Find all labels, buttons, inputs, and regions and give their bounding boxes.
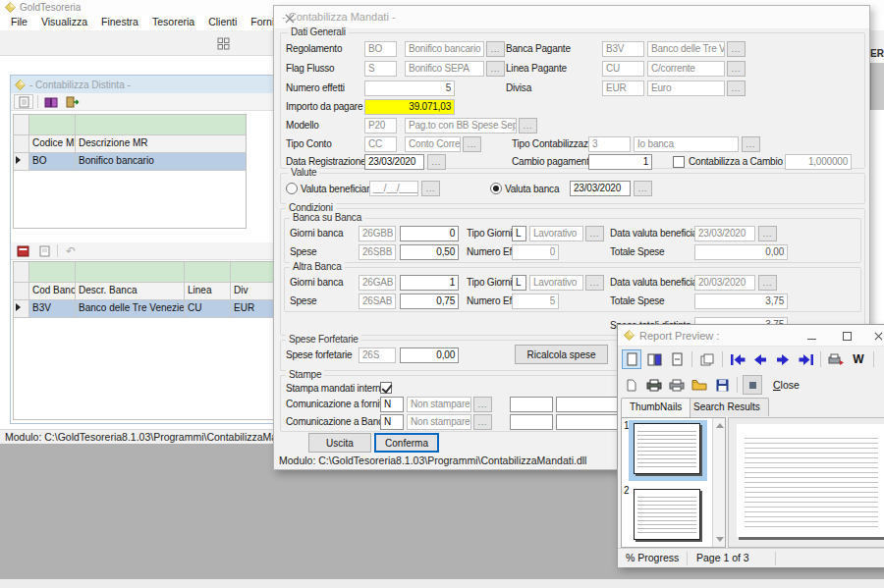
valuta-beneficiario-browse-button[interactable]: ... bbox=[421, 181, 440, 196]
ab-tipo-giorni-code[interactable]: L bbox=[512, 275, 526, 291]
divisa-code[interactable]: EUR bbox=[602, 80, 644, 96]
whole-page-icon[interactable]: W bbox=[849, 349, 868, 369]
cambio-medio-checkbox[interactable] bbox=[673, 156, 685, 168]
modello-code[interactable]: P20 bbox=[364, 118, 397, 134]
single-page-icon[interactable] bbox=[622, 349, 641, 369]
uscita-button[interactable]: Uscita bbox=[308, 433, 371, 453]
last-page-icon[interactable] bbox=[796, 349, 815, 369]
ab-numero-effetti-value[interactable]: 5 bbox=[512, 294, 559, 309]
ricalcola-spese-button[interactable]: Ricalcola spese bbox=[515, 345, 608, 364]
flag-flusso-code[interactable]: S bbox=[364, 61, 397, 77]
save-icon[interactable] bbox=[712, 375, 732, 395]
close-icon[interactable] bbox=[871, 329, 884, 343]
cascade-pages-icon[interactable] bbox=[697, 349, 717, 369]
ab-spese-value[interactable]: 0,75 bbox=[400, 294, 459, 309]
cambio-medio-value[interactable]: 1,000000 bbox=[785, 154, 852, 170]
open-icon[interactable] bbox=[690, 375, 709, 395]
bsb-data-valuta-browse-button[interactable]: ... bbox=[758, 226, 777, 241]
undo-icon[interactable]: ↶ bbox=[62, 243, 80, 258]
linea-pagante-browse-button[interactable]: ... bbox=[727, 61, 746, 77]
thumbnail-page-2[interactable] bbox=[634, 489, 700, 540]
conferma-button[interactable]: Conferma bbox=[374, 433, 439, 453]
bsb-spese-value[interactable]: 0,50 bbox=[400, 244, 459, 260]
scroll-down-icon[interactable] bbox=[716, 537, 724, 542]
flag-flusso-browse-button[interactable]: ... bbox=[486, 61, 505, 77]
preview-titlebar[interactable]: Report Preview : bbox=[618, 325, 884, 347]
thumbnail-selected[interactable] bbox=[629, 420, 707, 481]
tipo-contabilizzazione-browse-button[interactable]: ... bbox=[742, 136, 760, 152]
print-icon[interactable] bbox=[667, 375, 687, 395]
print-setup-icon[interactable] bbox=[644, 375, 664, 395]
comunicazione-fornitore-browse-button[interactable]: ... bbox=[473, 397, 492, 412]
valuta-beneficiario-date[interactable]: __/__/____ bbox=[369, 181, 418, 196]
print-goto-icon[interactable] bbox=[826, 349, 846, 369]
table-row[interactable]: BO Bonifico bancario bbox=[14, 153, 246, 171]
stampa-mandati-checkbox[interactable] bbox=[380, 382, 392, 394]
valuta-banca-radio[interactable] bbox=[490, 183, 502, 194]
valuta-banca-date[interactable]: 23/03/2020 bbox=[570, 181, 631, 196]
ab-data-valuta-browse-button[interactable]: ... bbox=[758, 275, 777, 291]
divisa-browse-button[interactable]: ... bbox=[727, 80, 746, 96]
comunicazione-banca-extra-code[interactable] bbox=[510, 414, 553, 430]
data-registrazione-value[interactable]: 23/03/2020 bbox=[364, 154, 424, 170]
comunicazione-fornitore-code[interactable]: N bbox=[380, 397, 404, 412]
page-width-icon[interactable] bbox=[667, 349, 687, 369]
prev-page-icon[interactable] bbox=[750, 349, 770, 369]
bsb-tipo-giorni-code[interactable]: L bbox=[512, 226, 526, 241]
bsb-tipo-giorni-browse-button[interactable]: ... bbox=[585, 226, 604, 241]
bank-col-linea[interactable]: Linea bbox=[185, 283, 231, 300]
tab-search-results[interactable]: Search Results bbox=[685, 398, 769, 416]
thumbnail-scrollbar[interactable] bbox=[712, 418, 725, 547]
tipo-conto-browse-button[interactable]: ... bbox=[463, 136, 481, 152]
regolamento-browse-button[interactable]: ... bbox=[486, 41, 505, 57]
comunicazione-banca-code[interactable]: N bbox=[380, 414, 404, 430]
preview-close-button[interactable]: Close bbox=[765, 377, 807, 393]
next-page-icon[interactable] bbox=[773, 349, 793, 369]
data-registrazione-browse-button[interactable]: ... bbox=[427, 154, 446, 170]
close-icon[interactable] bbox=[282, 11, 298, 27]
scroll-up-icon[interactable] bbox=[716, 423, 724, 428]
red-book-icon[interactable] bbox=[14, 243, 31, 258]
menu-finestra[interactable]: Finestra bbox=[95, 15, 144, 30]
spese-forfetarie-value[interactable]: 0,00 bbox=[400, 347, 459, 363]
comunicazione-banca-browse-button[interactable]: ... bbox=[473, 414, 492, 430]
facing-pages-icon[interactable] bbox=[644, 349, 664, 369]
thumbnail-page-1[interactable] bbox=[634, 423, 700, 474]
valuta-beneficiario-radio[interactable] bbox=[286, 183, 298, 194]
valuta-banca-browse-button[interactable]: ... bbox=[634, 181, 652, 196]
comunicazione-fornitore-extra-code[interactable] bbox=[510, 397, 553, 412]
banca-pagante-browse-button[interactable]: ... bbox=[727, 41, 746, 57]
dialog-titlebar[interactable]: - Contabilizza Mandati - bbox=[274, 6, 869, 29]
linea-pagante-code[interactable]: CU bbox=[602, 61, 644, 77]
numero-effetti-value[interactable]: 5 bbox=[364, 80, 455, 96]
bank-filter-row[interactable] bbox=[14, 262, 298, 283]
new-document-icon[interactable] bbox=[622, 375, 641, 395]
tipo-contabilizzazione-code[interactable]: 3 bbox=[588, 136, 631, 152]
ab-data-valuta-value[interactable]: 20/03/2020 bbox=[694, 275, 755, 291]
page-icon[interactable] bbox=[35, 243, 53, 258]
bank-col-descr[interactable]: Descr. Banca bbox=[76, 283, 185, 300]
table-row[interactable]: B3V Banco delle Tre Venezie CU EUR bbox=[14, 300, 298, 318]
ab-giorni-value[interactable]: 1 bbox=[400, 275, 459, 291]
menu-file[interactable]: File bbox=[5, 15, 33, 30]
cambio-pagamento-value[interactable]: 1 bbox=[588, 154, 652, 170]
tab-thumbnails[interactable]: ThumbNails bbox=[621, 398, 691, 417]
book-icon[interactable] bbox=[42, 94, 60, 109]
minimize-icon[interactable] bbox=[804, 329, 819, 343]
tipo-conto-code[interactable]: CC bbox=[364, 136, 397, 152]
window-grid-icon[interactable] bbox=[214, 35, 232, 52]
mr-col-descrizione[interactable]: Descrizione MR bbox=[76, 135, 246, 153]
bsb-giorni-value[interactable]: 0 bbox=[400, 226, 459, 241]
first-page-icon[interactable] bbox=[728, 349, 747, 369]
bsb-numero-effetti-value[interactable]: 0 bbox=[512, 244, 559, 260]
ab-tipo-giorni-browse-button[interactable]: ... bbox=[585, 275, 604, 291]
importo-value[interactable]: 39.071,03 bbox=[364, 99, 455, 115]
menu-tesoreria[interactable]: Tesoreria bbox=[146, 15, 200, 30]
bank-col-cod[interactable]: Cod Banca bbox=[29, 283, 76, 300]
banca-pagante-code[interactable]: B3V bbox=[602, 41, 644, 57]
mr-filter-row[interactable] bbox=[14, 115, 246, 135]
menu-visualizza[interactable]: Visualizza bbox=[35, 15, 93, 30]
form-icon[interactable] bbox=[14, 94, 33, 109]
exit-door-icon[interactable] bbox=[64, 94, 82, 109]
stop-icon[interactable] bbox=[743, 375, 762, 395]
